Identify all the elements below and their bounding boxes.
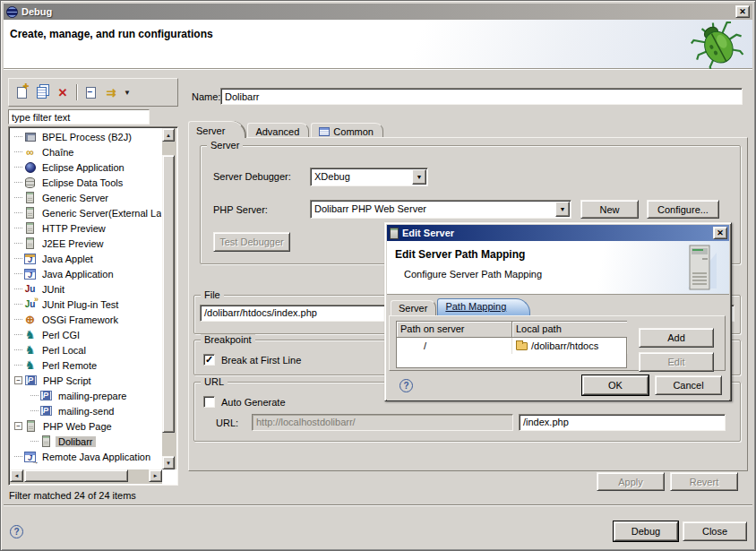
perl-icon: ♞: [23, 344, 37, 357]
tree-item-label: PHP Script: [40, 375, 94, 386]
tree-item-bpel-process-b2j[interactable]: BPEL Process (B2J): [11, 129, 161, 144]
tree-item-junit-plug-in-test[interactable]: JuJUnit Plug-in Test: [11, 297, 161, 312]
tree-item-java-application[interactable]: Java Application: [11, 266, 161, 281]
tree-item-perl-remote[interactable]: ♞Perl Remote: [11, 357, 161, 373]
scroll-thumb[interactable]: [24, 469, 128, 482]
tree-item-java-applet[interactable]: Java Applet: [11, 251, 161, 266]
tree-horizontal-scrollbar[interactable]: ◄ ►: [10, 469, 162, 484]
duplicate-configuration-icon[interactable]: [33, 83, 51, 101]
collapse-expander-icon[interactable]: −: [14, 422, 22, 430]
debug-button[interactable]: Debug: [614, 521, 678, 541]
tree-item-php-script[interactable]: −PHP Script: [11, 373, 161, 388]
tree-item-label: mailing-prepare: [56, 391, 129, 401]
collapse-all-icon[interactable]: [82, 83, 99, 101]
tree-connector: [14, 334, 22, 335]
filter-status: Filter matched 24 of 24 items: [9, 490, 136, 501]
scroll-right-icon[interactable]: ►: [149, 469, 162, 482]
close-button[interactable]: Close: [683, 521, 747, 541]
tree-vertical-scrollbar[interactable]: ▲ ▼: [162, 128, 176, 469]
name-input[interactable]: [220, 88, 743, 105]
tree-item-perl-cgi[interactable]: ♞Perl CGI: [11, 327, 161, 342]
edit-mapping-button[interactable]: Edit: [639, 352, 714, 372]
server-debugger-select[interactable]: XDebug ▼: [310, 168, 428, 186]
tree-item-cha-ne[interactable]: ∞Chaîne: [11, 144, 161, 159]
column-header-path-on-server[interactable]: Path on server: [397, 322, 512, 338]
tree-connector: [14, 304, 22, 305]
bug-icon: [690, 21, 745, 69]
scroll-down-icon[interactable]: ▼: [162, 456, 175, 469]
toolbar-menu-icon[interactable]: ▼: [123, 83, 132, 101]
tree-connector: [14, 151, 22, 152]
tree-item-generic-server[interactable]: Generic Server: [11, 190, 161, 205]
scroll-up-icon[interactable]: ▲: [162, 128, 175, 142]
tree-connector: [30, 441, 39, 442]
breakpoint-group-label: Breakpoint: [201, 334, 255, 345]
tree-item-perl-local[interactable]: ♞Perl Local: [11, 342, 161, 357]
new-configuration-icon[interactable]: [13, 83, 30, 101]
apply-button[interactable]: Apply: [597, 472, 665, 491]
tree-item-j2ee-preview[interactable]: J2EE Preview: [11, 236, 161, 251]
chain-icon: ∞: [23, 146, 37, 159]
php-icon: [24, 375, 38, 387]
tree-item-osgi-framework[interactable]: ⊕OSGi Framework: [11, 312, 161, 327]
tree-item-mailing-send[interactable]: mailing-send: [11, 403, 161, 418]
tree-item-eclipse-application[interactable]: Eclipse Application: [11, 159, 161, 175]
tree-item-generic-server-external-la[interactable]: Generic Server(External La: [11, 205, 161, 220]
delete-configuration-icon[interactable]: ✕: [54, 83, 72, 101]
configurations-toolbar: ✕ ⇉ ▼: [8, 78, 178, 107]
tree-item-label: BPEL Process (B2J): [39, 132, 134, 142]
dialog-subheading: Configure Server Path Mapping: [404, 269, 542, 280]
cancel-button[interactable]: Cancel: [655, 375, 722, 395]
tab-common[interactable]: Common: [311, 123, 383, 138]
window-close-icon[interactable]: ✕: [735, 5, 750, 18]
tab-advanced[interactable]: Advanced: [247, 123, 309, 138]
dialog-help-icon[interactable]: ?: [399, 379, 413, 392]
tree-item-php-web-page[interactable]: −PHP Web Page: [11, 418, 161, 434]
tree-item-http-preview[interactable]: HTTP Preview: [11, 220, 161, 236]
window-titlebar[interactable]: Debug ✕: [4, 4, 752, 20]
dialog-tab-server[interactable]: Server: [391, 300, 436, 315]
tree-item-dolibarr[interactable]: Dolibarr: [11, 434, 161, 449]
server-icon: [390, 228, 399, 239]
tree-connector: [30, 395, 39, 396]
edit-server-dialog: Edit Server ✕ Edit Server Path Mapping C…: [384, 222, 732, 401]
test-debugger-button[interactable]: Test Debugger: [213, 232, 290, 252]
url-path-input[interactable]: /index.php: [519, 414, 726, 431]
tab-server[interactable]: Server: [188, 121, 245, 138]
auto-generate-checkbox[interactable]: [203, 396, 215, 408]
dialog-tab-path-mapping[interactable]: Path Mapping: [437, 298, 530, 315]
column-header-local-path[interactable]: Local path: [512, 322, 627, 338]
php-server-select[interactable]: Dolibarr PHP Web Server ▼: [310, 200, 571, 219]
tree-item-eclipse-data-tools[interactable]: Eclipse Data Tools: [11, 175, 161, 190]
new-server-button[interactable]: New: [580, 200, 639, 219]
ok-button[interactable]: OK: [582, 375, 649, 395]
tree-connector: [14, 319, 22, 320]
dialog-close-icon[interactable]: ✕: [713, 227, 727, 239]
collapse-expander-icon[interactable]: −: [14, 376, 22, 384]
scroll-left-icon[interactable]: ◄: [10, 469, 23, 482]
revert-button[interactable]: Revert: [670, 472, 738, 491]
junit-icon: Ju: [23, 283, 37, 296]
url-group-label: URL: [201, 376, 228, 387]
filter-configurations-icon[interactable]: ⇉: [102, 83, 120, 101]
local-path-cell[interactable]: /dolibarr/htdocs: [512, 338, 628, 354]
chevron-down-icon[interactable]: ▼: [555, 202, 570, 217]
configure-server-button[interactable]: Configure...: [647, 200, 719, 219]
tree-item-mailing-prepare[interactable]: mailing-prepare: [11, 388, 161, 403]
perl-icon: ♞: [23, 329, 37, 341]
break-first-line-checkbox[interactable]: ✓: [203, 354, 215, 366]
tree-connector: [14, 349, 22, 350]
add-mapping-button[interactable]: Add: [639, 328, 714, 348]
chevron-down-icon[interactable]: ▼: [412, 169, 426, 185]
tree-item-remote-java-application[interactable]: Remote Java Application: [11, 449, 161, 464]
scroll-thumb[interactable]: [162, 155, 175, 433]
path-mapping-row[interactable]: //dolibarr/htdocs: [397, 338, 626, 354]
filter-input[interactable]: [8, 109, 150, 125]
server-icon: [39, 435, 53, 448]
osgi-icon: ⊕: [23, 314, 37, 326]
help-icon[interactable]: ?: [10, 525, 23, 538]
tree-item-label: Perl CGI: [39, 330, 82, 340]
dialog-titlebar[interactable]: Edit Server ✕: [387, 225, 729, 241]
server-path-cell[interactable]: /: [397, 338, 512, 354]
java-applet-icon: [23, 253, 37, 265]
